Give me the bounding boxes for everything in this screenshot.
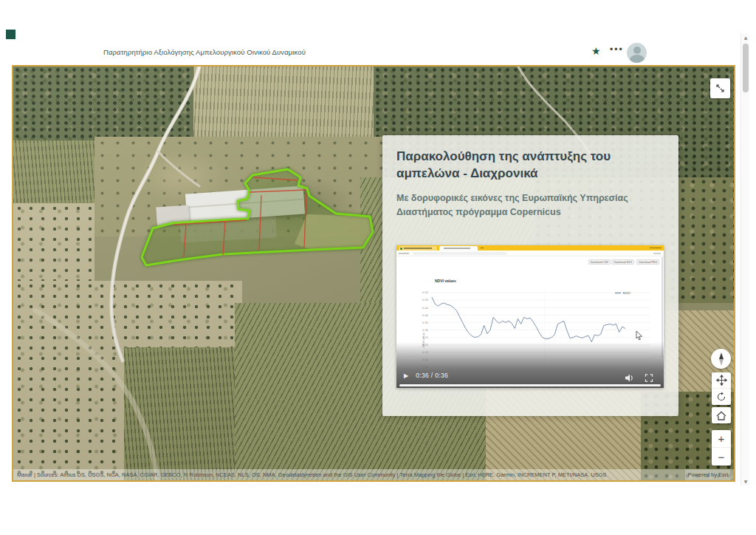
info-panel: Παρακολούθηση της ανάπτυξης του αμπελώνα… [382,135,678,416]
terrain-patch [13,203,94,284]
svg-text:0.45: 0.45 [422,307,428,310]
map-attribution: Maxar | Sources: Airbus DS, USGS, NGA, N… [13,469,734,480]
video-controls-bar: ▶ 0:36 / 0:36 [396,369,664,381]
video-progress-bar[interactable] [399,384,661,386]
expand-button[interactable] [710,78,730,98]
fullscreen-icon [645,374,653,382]
page-scrollbar[interactable]: ▲ ▼ [740,33,749,485]
expand-icon [714,82,726,95]
reset-rotation-button[interactable] [712,389,731,405]
svg-text:0.50: 0.50 [422,299,429,301]
svg-text:0.40: 0.40 [422,314,429,317]
scrollbar-thumb[interactable] [743,44,749,92]
pan-icon [716,375,727,386]
building-annex [156,205,190,225]
compass-button[interactable] [711,349,731,369]
zoom-in-button[interactable]: + [712,430,731,448]
home-icon [716,411,726,420]
avatar-head-icon [633,47,641,54]
svg-text:0.55: 0.55 [422,291,428,294]
recorded-mouse-cursor [636,331,643,341]
terrain-patch [13,140,102,207]
app-title: Παρατηρητήριο Αξιολόγησης Αμπελουργικού … [103,48,306,56]
svg-text:0.35: 0.35 [422,321,428,324]
overflow-menu-button[interactable]: ••• [610,44,624,55]
compass-needle-icon [713,351,729,367]
user-avatar[interactable] [627,43,647,63]
zoom-group: + − [712,430,731,466]
pan-rotate-group [712,372,731,405]
video-time-label: 0:36 / 0:36 [416,372,448,379]
logo-mark [6,30,16,39]
roof-ridge [186,198,304,208]
zoom-out-button[interactable]: − [712,448,731,466]
avatar-body-icon [630,55,645,63]
video-player[interactable]: Download CSV Download SVG Download PNG N… [396,245,664,388]
svg-text:0.30: 0.30 [422,329,429,332]
play-button[interactable]: ▶ [404,372,408,379]
panel-subtitle: Με δορυφορικές εικόνες της Ευρωπαϊκής Υπ… [396,191,667,220]
volume-icon [625,374,634,382]
powered-by-esri-link[interactable]: Powered by Esri [685,469,730,480]
home-button[interactable] [712,407,731,423]
home-group [712,407,731,423]
favorite-star-icon[interactable]: ★ [591,45,601,57]
fullscreen-button[interactable] [645,372,653,385]
volume-button[interactable] [625,372,634,385]
app-page: Παρατηρητήριο Αξιολόγησης Αμπελουργικού … [0,0,756,535]
pan-button[interactable] [712,372,731,389]
rotate-icon [716,392,726,402]
panel-title: Παρακολούθηση της ανάπτυξης του αμπελώνα… [396,149,668,183]
svg-text:NDVI: NDVI [623,291,630,295]
scrollbar-down-arrow[interactable]: ▼ [741,479,750,484]
scrollbar-up-arrow[interactable]: ▲ [741,35,750,40]
